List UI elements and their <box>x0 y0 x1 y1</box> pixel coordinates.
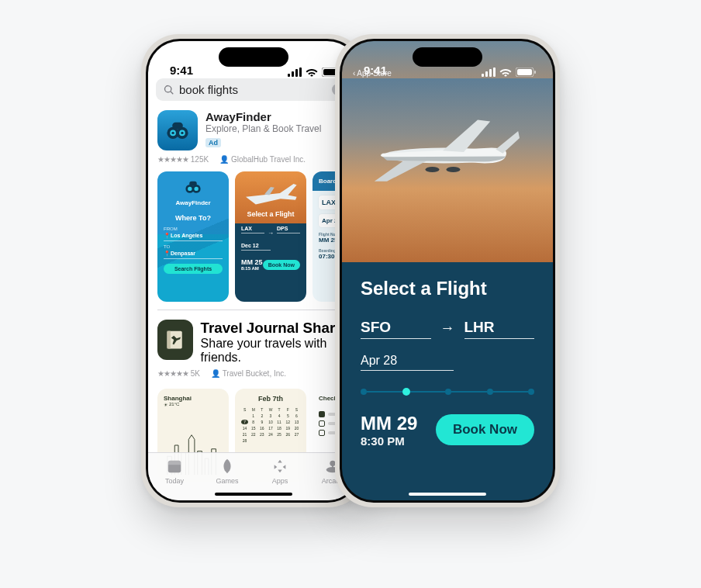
search-icon <box>164 85 174 95</box>
svg-rect-32 <box>534 71 536 74</box>
promo-card-2: Select a Flight LAX → DPS Dec 12 MM 25 8… <box>235 171 306 302</box>
promo1-to-label: TO <box>164 244 223 249</box>
tab-today[interactable]: Today <box>155 458 194 485</box>
from-field[interactable]: SFO <box>361 316 431 339</box>
wifi-icon <box>306 67 318 77</box>
apps-icon <box>271 458 288 475</box>
page-title: Select a Flight <box>361 262 534 316</box>
pin-icon: 📍 <box>164 233 171 238</box>
today-icon <box>166 458 183 475</box>
search-input[interactable] <box>179 83 327 96</box>
chevron-left-icon: ‹ <box>353 69 355 78</box>
airplane-icon <box>240 181 302 206</box>
pin-icon: 📍 <box>164 251 171 256</box>
svg-rect-27 <box>485 71 488 77</box>
ad-badge: Ad <box>205 138 221 147</box>
back-to-appstore[interactable]: ‹ App Store <box>353 69 392 78</box>
cellular-icon <box>482 67 496 77</box>
to-field[interactable]: LHR <box>464 316 535 339</box>
arrow-right-icon: → <box>440 320 455 339</box>
sun-icon: ☀ <box>164 402 167 407</box>
book-now-button[interactable]: Book Now <box>436 414 534 445</box>
promo2-flight: MM 25 <box>241 258 263 266</box>
svg-rect-3 <box>299 67 302 77</box>
svg-point-13 <box>181 132 183 134</box>
promo2-date: Dec 12 <box>241 241 271 251</box>
stars-icon: ★★★★★ <box>157 155 188 164</box>
flight-time: 8:30 PM <box>361 434 417 448</box>
promo1-brand: AwayFinder <box>164 199 223 206</box>
jp1-temp: 21°C <box>169 402 179 406</box>
promo2-heading: Select a Flight <box>241 210 300 218</box>
person-icon: 👤 <box>211 369 220 378</box>
svg-rect-1 <box>292 71 294 77</box>
phone-appstore: 9:41 ✕ AwayFinder Explore, Plan & Book T… <box>141 34 366 507</box>
jp1-city: Shanghai <box>164 395 223 402</box>
result-meta: ★★★★★ 125K 👤 GlobalHub Travel Inc. <box>148 150 359 168</box>
dynamic-island <box>413 47 482 67</box>
svg-rect-9 <box>172 123 183 130</box>
person-icon: 👤 <box>219 155 229 164</box>
step-current <box>402 388 410 396</box>
rocket-icon <box>219 458 236 475</box>
svg-rect-25 <box>332 465 333 469</box>
result-meta: ★★★★★ 5K 👤 Travel Bucket, Inc. <box>148 365 359 382</box>
promo-screenshots[interactable]: AwayFinder Where To? FROM 📍Los Angeles T… <box>148 168 359 310</box>
traveljournal-app-icon <box>157 320 193 360</box>
svg-rect-26 <box>482 74 484 77</box>
binoculars-icon <box>164 117 191 144</box>
progress-steps <box>361 388 534 396</box>
promo1-to: Denpasar <box>171 251 195 256</box>
binoculars-icon <box>184 178 202 196</box>
rating-count: 125K <box>191 155 209 164</box>
dynamic-island <box>219 47 288 67</box>
phone-awayfinder-app: 9:41 ‹ App Store <box>335 34 560 507</box>
jp2-date: Feb 7th <box>241 395 300 403</box>
stars-icon: ★★★★★ <box>157 369 188 378</box>
svg-rect-20 <box>167 330 170 348</box>
promo1-cta: Search Flights <box>164 264 223 274</box>
tab-games[interactable]: Games <box>208 458 247 485</box>
promo1-heading: Where To? <box>164 214 223 222</box>
hero-image <box>342 78 553 262</box>
tab-apps[interactable]: Apps <box>261 458 299 485</box>
promo1-from-label: FROM <box>164 227 223 231</box>
promo-card-1: AwayFinder Where To? FROM 📍Los Angeles T… <box>157 171 229 302</box>
svg-rect-0 <box>288 74 290 77</box>
cellular-icon <box>288 67 302 77</box>
svg-rect-31 <box>517 69 532 75</box>
app-subtitle: Explore, Plan & Book Travel <box>205 123 350 134</box>
date-field[interactable]: Apr 28 <box>361 351 454 371</box>
svg-point-18 <box>195 187 199 191</box>
flight-number: MM 29 <box>361 413 417 434</box>
developer-label: 👤 GlobalHub Travel Inc. <box>219 155 306 164</box>
promo2-cta: Book Now <box>263 260 300 270</box>
app-subtitle: Share your travels with friends. <box>201 337 350 365</box>
svg-rect-22 <box>168 461 181 465</box>
promo2-to: DPS <box>277 224 300 233</box>
search-field[interactable]: ✕ <box>156 78 351 101</box>
svg-rect-16 <box>189 182 197 186</box>
app-name: Travel Journal Share <box>201 320 350 337</box>
promo1-from: Los Angeles <box>171 233 202 238</box>
svg-point-17 <box>188 187 192 191</box>
promo2-time: 8:15 AM <box>241 266 263 271</box>
home-indicator[interactable] <box>409 493 486 496</box>
awayfinder-app-icon <box>157 110 198 150</box>
journal-plane-icon <box>164 329 186 351</box>
svg-rect-2 <box>295 69 298 77</box>
svg-point-12 <box>171 132 174 134</box>
svg-point-35 <box>447 167 461 172</box>
rating-count: 5K <box>191 369 200 378</box>
wifi-icon <box>499 67 512 77</box>
home-indicator[interactable] <box>215 493 292 496</box>
promo2-from: LAX <box>241 224 264 233</box>
search-result-awayfinder[interactable]: AwayFinder Explore, Plan & Book Travel A… <box>148 101 359 150</box>
svg-rect-28 <box>489 69 492 77</box>
search-result-traveljournal[interactable]: Travel Journal Share Share your travels … <box>148 310 359 365</box>
battery-icon <box>516 67 536 77</box>
app-name: AwayFinder <box>205 110 350 123</box>
airplane-icon <box>361 117 524 187</box>
svg-rect-29 <box>493 67 496 77</box>
developer-label: 👤 Travel Bucket, Inc. <box>211 369 286 378</box>
